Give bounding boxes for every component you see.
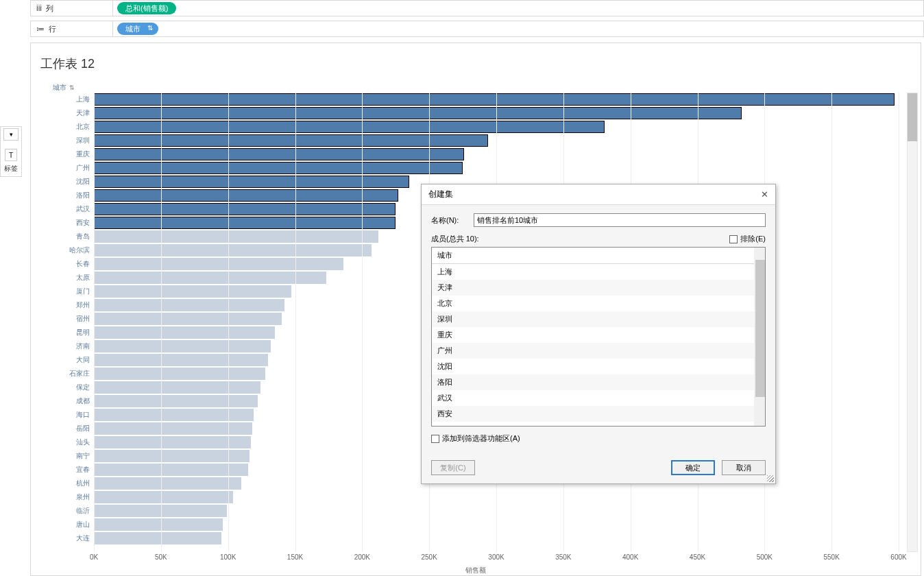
member-item[interactable]: 北京	[432, 296, 765, 311]
set-name-input[interactable]	[474, 213, 766, 227]
member-item[interactable]: 天津	[432, 280, 765, 296]
columns-pill-sum-sales[interactable]: 总和(销售额)	[117, 2, 176, 14]
rows-shelf-content[interactable]: 城市 ⇅	[113, 23, 923, 35]
checkbox-icon	[431, 435, 439, 443]
gridline	[362, 93, 363, 552]
bar[interactable]	[94, 121, 605, 133]
bar-row[interactable]: 广州	[94, 161, 897, 175]
bar-label: 重庆	[56, 149, 94, 159]
exclude-checkbox[interactable]: 排除(E)	[729, 234, 766, 244]
bar-row[interactable]: 大连	[94, 531, 897, 545]
bar[interactable]	[94, 285, 291, 298]
cancel-button[interactable]: 取消	[722, 460, 766, 475]
add-to-filters-checkbox[interactable]: 添加到筛选器功能区(A)	[431, 433, 520, 444]
marks-dropdown[interactable]: ▾	[3, 128, 19, 141]
viz-scroll-thumb[interactable]	[908, 93, 917, 141]
bar-row[interactable]: 泉州	[94, 490, 897, 504]
bar[interactable]	[94, 107, 742, 119]
bar[interactable]	[94, 477, 241, 490]
bar[interactable]	[94, 518, 223, 531]
bar-row[interactable]: 唐山	[94, 518, 897, 531]
x-tick: 500K	[757, 553, 773, 561]
bar[interactable]	[94, 189, 398, 202]
bar-label: 石家庄	[56, 369, 94, 379]
member-item[interactable]: 上海	[432, 264, 765, 280]
gridline	[94, 93, 95, 552]
viz-scrollbar[interactable]	[907, 93, 918, 552]
bar[interactable]	[94, 395, 258, 407]
members-scrollbar[interactable]	[754, 248, 765, 426]
bar[interactable]	[94, 381, 260, 394]
bar-label: 郑州	[56, 300, 94, 310]
x-tick: 300K	[488, 553, 504, 561]
ok-button[interactable]: 确定	[671, 460, 715, 475]
dialog-close-button[interactable]: ✕	[761, 189, 768, 200]
bar[interactable]	[94, 450, 250, 462]
member-item[interactable]: 洛阳	[432, 374, 765, 390]
bar-label: 沈阳	[56, 177, 94, 187]
bar[interactable]	[94, 491, 233, 503]
columns-shelf-header: iii 列	[31, 1, 113, 16]
member-item[interactable]: 沈阳	[432, 359, 765, 374]
bar[interactable]	[94, 244, 372, 256]
bar[interactable]	[94, 409, 254, 421]
bar-row[interactable]: 临沂	[94, 504, 897, 518]
bar-label: 武汉	[56, 204, 94, 214]
bar[interactable]	[94, 272, 326, 284]
bar-label: 天津	[56, 108, 94, 118]
bar[interactable]	[94, 532, 221, 544]
columns-label: 列	[46, 3, 53, 14]
bar-row[interactable]: 深圳	[94, 134, 897, 147]
x-tick: 600K	[890, 553, 906, 561]
bar[interactable]	[94, 162, 463, 174]
bar[interactable]	[94, 230, 378, 243]
bar[interactable]	[94, 299, 284, 311]
columns-shelf[interactable]: iii 列 总和(销售额)	[30, 0, 924, 16]
members-scroll-thumb[interactable]	[755, 260, 765, 397]
create-set-dialog: 创建集 ✕ 名称(N): 成员(总共 10): 排除(E) 城市 上海天津北京深…	[421, 184, 776, 484]
y-axis-label: 城市	[53, 83, 66, 93]
rows-pill-city[interactable]: 城市 ⇅	[117, 23, 158, 35]
bar-row[interactable]: 重庆	[94, 147, 897, 161]
member-item[interactable]: 重庆	[432, 327, 765, 343]
bar-label: 临沂	[56, 506, 94, 516]
copy-button[interactable]: 复制(C)	[431, 460, 475, 475]
rows-label: 行	[49, 24, 56, 34]
bar[interactable]	[94, 354, 268, 366]
member-item[interactable]: 深圳	[432, 311, 765, 327]
rows-shelf[interactable]: ≔ 行 城市 ⇅	[30, 21, 924, 37]
bar-row[interactable]: 北京	[94, 120, 897, 134]
label-card-icon[interactable]: T	[5, 149, 17, 161]
columns-shelf-content[interactable]: 总和(销售额)	[113, 2, 923, 14]
member-item[interactable]: 广州	[432, 343, 765, 359]
bar-row[interactable]: 天津	[94, 106, 897, 120]
x-tick: 550K	[823, 553, 839, 561]
bar[interactable]	[94, 436, 251, 448]
x-axis[interactable]: 0K50K100K150K200K250K300K350K400K450K500…	[94, 553, 897, 564]
bar[interactable]	[94, 217, 396, 229]
chevron-down-icon: ▾	[10, 131, 13, 138]
bar[interactable]	[94, 148, 464, 160]
member-item[interactable]: 西安	[432, 406, 765, 422]
bar[interactable]	[94, 340, 271, 352]
bar-label: 广州	[56, 163, 94, 173]
bar[interactable]	[94, 93, 895, 106]
bar-label: 青岛	[56, 232, 94, 241]
y-axis-header[interactable]: 城市 ⇅	[53, 83, 75, 93]
bar[interactable]	[94, 203, 396, 215]
bar[interactable]	[94, 368, 265, 380]
bar-label: 岳阳	[56, 424, 94, 433]
x-tick: 350K	[555, 553, 571, 561]
members-list[interactable]: 城市 上海天津北京深圳重庆广州沈阳洛阳武汉西安	[431, 247, 766, 427]
bar-row[interactable]: 上海	[94, 93, 897, 106]
dialog-titlebar[interactable]: 创建集 ✕	[422, 184, 775, 205]
bar[interactable]	[94, 464, 248, 476]
bar[interactable]	[94, 326, 275, 339]
bar-label: 上海	[56, 95, 94, 104]
member-item[interactable]: 武汉	[432, 390, 765, 406]
dialog-resize-grip[interactable]	[767, 475, 774, 482]
sheet-title[interactable]: 工作表 12	[40, 56, 95, 72]
bar[interactable]	[94, 258, 343, 270]
rows-shelf-header: ≔ 行	[31, 21, 113, 36]
bar[interactable]	[94, 313, 282, 325]
